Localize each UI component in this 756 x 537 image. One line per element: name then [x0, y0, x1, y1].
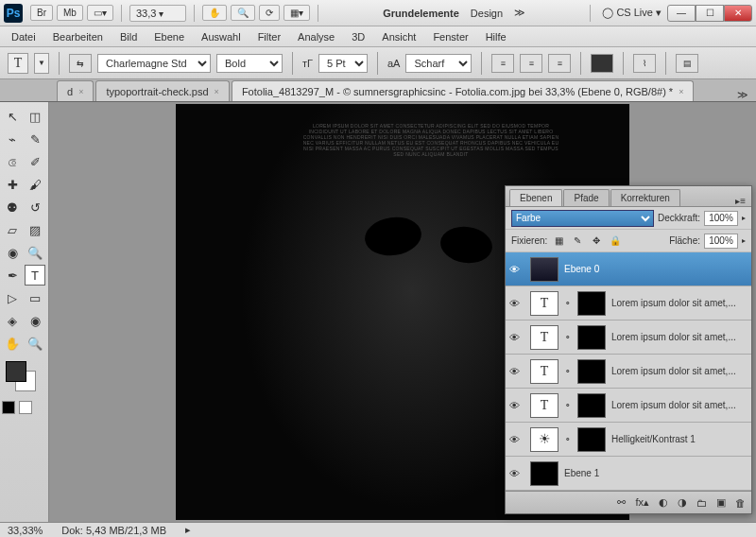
visibility-icon[interactable]: 👁 — [509, 468, 524, 479]
panel-menu-icon[interactable]: ▸≡ — [730, 196, 751, 206]
text-color-swatch[interactable] — [591, 54, 613, 73]
brush-tool[interactable]: 🖌 — [25, 174, 45, 195]
dodge-tool[interactable]: 🔍 — [25, 242, 45, 263]
path-select-tool[interactable]: ▷ — [2, 287, 23, 308]
menu-filter[interactable]: Filter — [258, 31, 281, 43]
screen-mode-button[interactable]: ▭▾ — [87, 5, 113, 21]
quickmask-button[interactable] — [2, 401, 15, 414]
tool-preset-dropdown[interactable]: ▼ — [34, 53, 49, 74]
shape-tool[interactable]: ▭ — [25, 287, 45, 308]
layer-mask-thumb[interactable] — [577, 325, 606, 350]
menu-auswahl[interactable]: Auswahl — [201, 31, 241, 43]
layer-name[interactable]: Lorem ipsum dolor sit amet,... — [611, 298, 747, 308]
layer-row[interactable]: 👁Ebene 0 — [506, 252, 751, 286]
antialias-select[interactable]: Scharf — [405, 54, 472, 73]
doc-tab-2[interactable]: Fotolia_4813297_M - © sumnersgraphicsinc… — [232, 80, 695, 101]
minibridge-button[interactable]: Mb — [57, 5, 83, 21]
menu-ansicht[interactable]: Ansicht — [382, 31, 416, 43]
status-zoom[interactable]: 33,33% — [8, 525, 43, 536]
menu-3d[interactable]: 3D — [352, 31, 365, 43]
screenmode-button[interactable] — [19, 401, 32, 414]
panel-tab-ebenen[interactable]: Ebenen — [509, 189, 562, 206]
font-weight-select[interactable]: Bold — [216, 54, 283, 73]
layer-fx-icon[interactable]: fx▴ — [635, 496, 649, 509]
layer-row[interactable]: 👁T⚬Lorem ipsum dolor sit amet,... — [506, 320, 751, 355]
layer-mask-thumb[interactable] — [577, 359, 606, 384]
layer-name[interactable]: Ebene 0 — [564, 264, 747, 274]
align-left-button[interactable]: ≡ — [491, 54, 514, 73]
zoom-level[interactable]: 33,3 ▾ — [129, 5, 186, 22]
layer-mask-thumb[interactable] — [577, 393, 606, 418]
healing-tool[interactable]: ✚ — [2, 174, 23, 195]
new-layer-icon[interactable]: ▣ — [716, 496, 726, 509]
lock-pixels-icon[interactable]: ▦ — [551, 234, 566, 249]
marquee-tool[interactable]: ◫ — [25, 106, 45, 127]
minimize-button[interactable]: — — [667, 5, 696, 22]
blend-mode-select[interactable]: Farbe — [511, 210, 654, 227]
visibility-icon[interactable]: 👁 — [509, 298, 524, 309]
workspace-design[interactable]: Design — [471, 8, 503, 19]
text-orientation-button[interactable]: ⇆ — [69, 54, 92, 73]
quick-select-tool[interactable]: ✎ — [25, 129, 45, 149]
hand-tool-button[interactable]: ✋ — [202, 5, 227, 21]
visibility-icon[interactable]: 👁 — [509, 332, 524, 343]
workspace-essentials[interactable]: Grundelemente — [383, 8, 459, 19]
status-doc[interactable]: Dok: 5,43 MB/21,3 MB — [61, 525, 166, 536]
zoom-tool[interactable]: 🔍 — [25, 333, 45, 354]
doc-tab-1[interactable]: typoportrait-check.psd× — [95, 80, 229, 101]
close-button[interactable]: ✕ — [724, 5, 752, 22]
layer-row[interactable]: 👁T⚬Lorem ipsum dolor sit amet,... — [506, 389, 751, 423]
type-tool[interactable]: T — [25, 265, 45, 286]
layer-row[interactable]: 👁T⚬Lorem ipsum dolor sit amet,... — [506, 355, 751, 389]
character-panel-button[interactable]: ▤ — [676, 54, 698, 73]
menu-bild[interactable]: Bild — [120, 31, 137, 43]
menu-fenster[interactable]: Fenster — [433, 31, 468, 43]
layer-name[interactable]: Helligkeit/Kontrast 1 — [611, 434, 747, 444]
menu-datei[interactable]: Datei — [11, 31, 36, 43]
adjustment-layer-icon[interactable]: ◑ — [678, 496, 687, 509]
link-layers-icon[interactable]: ⚯ — [617, 496, 626, 509]
blur-tool[interactable]: ◉ — [2, 242, 23, 263]
rotate-view-button[interactable]: ⟳ — [259, 5, 280, 21]
fill-arrow-icon[interactable]: ▸ — [742, 236, 746, 245]
layer-name[interactable]: Lorem ipsum dolor sit amet,... — [611, 332, 747, 342]
zoom-tool-button[interactable]: 🔍 — [231, 5, 255, 21]
layer-group-icon[interactable]: 🗀 — [696, 497, 707, 509]
lasso-tool[interactable]: ⌁ — [2, 129, 23, 149]
history-brush-tool[interactable]: ↺ — [25, 197, 45, 217]
align-center-button[interactable]: ≡ — [520, 54, 542, 73]
lock-all-icon[interactable]: 🔒 — [608, 234, 623, 249]
delete-layer-icon[interactable]: 🗑 — [735, 497, 746, 509]
workspace-more-icon[interactable]: ≫ — [514, 7, 525, 19]
gradient-tool[interactable]: ▨ — [25, 219, 45, 240]
menu-analyse[interactable]: Analyse — [298, 31, 335, 43]
layer-name[interactable]: Ebene 1 — [564, 468, 747, 478]
panel-tab-korrekturen[interactable]: Korrekturen — [610, 189, 680, 206]
panel-tab-pfade[interactable]: Pfade — [563, 189, 609, 206]
eyedropper-tool[interactable]: ✐ — [25, 151, 45, 172]
opacity-input[interactable] — [704, 211, 738, 226]
layer-mask-thumb[interactable] — [577, 427, 606, 452]
stamp-tool[interactable]: ⚉ — [2, 197, 23, 217]
color-swatches[interactable] — [2, 361, 43, 395]
3d-camera-tool[interactable]: ◉ — [25, 310, 45, 331]
layer-name[interactable]: Lorem ipsum dolor sit amet,... — [611, 400, 747, 410]
layer-mask-thumb[interactable] — [577, 291, 606, 316]
visibility-icon[interactable]: 👁 — [509, 434, 524, 445]
visibility-icon[interactable]: 👁 — [509, 264, 524, 275]
layer-row[interactable]: 👁Ebene 1 — [506, 457, 751, 491]
eraser-tool[interactable]: ▱ — [2, 219, 23, 240]
3d-tool[interactable]: ◈ — [2, 310, 23, 331]
visibility-icon[interactable]: 👁 — [509, 366, 524, 377]
layer-mask-icon[interactable]: ◐ — [659, 496, 668, 509]
tab-overflow-icon[interactable]: ≫ — [730, 89, 756, 101]
maximize-button[interactable]: ☐ — [696, 5, 724, 22]
doc-tab-collapsed[interactable]: d× — [57, 80, 94, 101]
cs-live[interactable]: CS Live — [616, 7, 653, 18]
status-arrow-icon[interactable]: ▸ — [185, 524, 191, 536]
layer-name[interactable]: Lorem ipsum dolor sit amet,... — [611, 366, 747, 376]
move-tool[interactable]: ↖ — [2, 106, 23, 127]
opacity-arrow-icon[interactable]: ▸ — [742, 214, 746, 222]
foreground-color[interactable] — [6, 361, 26, 382]
crop-tool[interactable]: ⟃ — [2, 151, 23, 172]
